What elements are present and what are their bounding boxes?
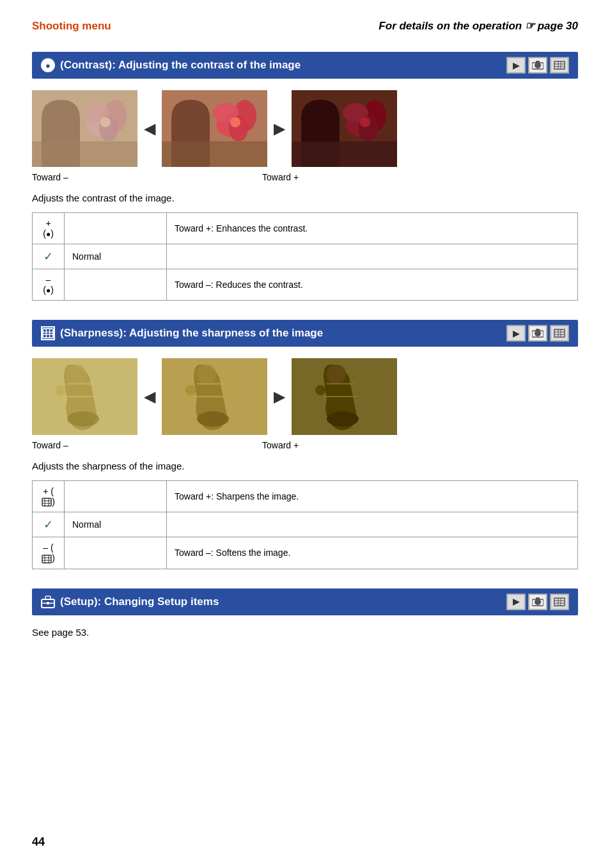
table-row: + () Toward +: Sharpens the image. <box>33 481 578 512</box>
sharpness-minus-icon-cell: – () <box>33 537 65 569</box>
sharpness-normal-image <box>162 358 267 435</box>
contrast-plus-icon-cell: + (●) <box>33 213 65 244</box>
contrast-minus-icon: – (●) <box>43 274 54 295</box>
svg-rect-2 <box>536 61 540 63</box>
contrast-section-header: ● (Contrast): Adjusting the contrast of … <box>32 52 578 79</box>
table-row: + (●) Toward +: Enhances the contrast. <box>33 213 578 244</box>
svg-rect-59 <box>42 555 51 563</box>
contrast-section-title: ● (Contrast): Adjusting the contrast of … <box>41 58 301 72</box>
contrast-normal-check-cell: ✓ <box>33 244 65 269</box>
contrast-caption-row: Toward – Toward + <box>32 172 578 182</box>
setup-section-header: (Setup): Changing Setup items ▶ <box>32 588 578 615</box>
sharpness-right-arrow: ▶ <box>267 388 292 406</box>
svg-rect-16 <box>162 141 267 167</box>
svg-rect-9 <box>32 141 137 167</box>
setup-title-text: (Setup): Changing Setup items <box>60 596 219 608</box>
sharpness-left-arrow: ◀ <box>137 388 162 406</box>
svg-point-14 <box>100 117 111 127</box>
sharpness-section-header: (Sharpness): Adjusting the sharpness of … <box>32 320 578 347</box>
sharpness-plus-icon-cell: + () <box>33 481 65 512</box>
header-right: For details on the operation ☞ page 30 <box>379 19 578 33</box>
svg-rect-54 <box>42 498 51 506</box>
page-container: Shooting menu For details on the operati… <box>0 0 610 868</box>
sharpness-minus-desc: Toward –: Softens the image. <box>167 537 578 569</box>
contrast-minus-desc: Toward –: Reduces the contrast. <box>167 269 578 301</box>
sharpness-camera-icon <box>528 325 547 342</box>
sharpness-checkmark-icon: ✓ <box>43 518 53 531</box>
contrast-high-image <box>292 90 397 167</box>
setup-mode-icons: ▶ <box>506 594 569 610</box>
svg-point-44 <box>67 411 99 427</box>
contrast-normal-desc <box>167 244 578 269</box>
setup-play-icon: ▶ <box>506 594 526 610</box>
contrast-normal-label: Normal <box>65 244 167 269</box>
sharpness-caption-right: Toward + <box>262 440 299 450</box>
contrast-icon: ● <box>41 58 55 72</box>
contrast-minus-icon-cell: – (●) <box>33 269 65 301</box>
contrast-minus-label-cell <box>65 269 167 301</box>
contrast-mode-icons: ▶ <box>506 57 569 74</box>
svg-rect-69 <box>536 597 540 600</box>
svg-rect-36 <box>536 329 540 331</box>
contrast-section: ● (Contrast): Adjusting the contrast of … <box>32 52 578 301</box>
svg-rect-3 <box>554 61 565 69</box>
contrast-plus-icon: + (●) <box>43 218 54 239</box>
sharpness-caption-row: Toward – Toward + <box>32 440 578 450</box>
page-ref-icon: ☞ <box>525 20 535 32</box>
sharpness-low-image <box>32 358 137 435</box>
svg-point-47 <box>197 365 216 384</box>
checkmark-icon: ✓ <box>43 250 53 263</box>
table-row: – (●) Toward –: Reduces the contrast. <box>33 269 578 301</box>
contrast-plus-label-cell <box>65 213 167 244</box>
contrast-normal-image <box>162 90 267 167</box>
sharpness-plus-icon: + () <box>42 486 55 507</box>
sharpness-normal-check-cell: ✓ <box>33 512 65 537</box>
setup-see-page: See page 53. <box>32 627 578 638</box>
sharpness-high-image <box>292 358 397 435</box>
setup-section-title: (Setup): Changing Setup items <box>41 595 219 609</box>
sharpness-normal-label: Normal <box>65 512 167 537</box>
svg-point-21 <box>230 117 240 127</box>
header: Shooting menu For details on the operati… <box>32 19 578 33</box>
setup-grid-icon <box>550 594 569 610</box>
table-row: ✓ Normal <box>33 244 578 269</box>
camera-icon <box>528 57 547 74</box>
sharpness-title-text: (Sharpness): Adjusting the sharpness of … <box>60 327 323 340</box>
svg-point-43 <box>67 365 86 384</box>
contrast-low-image <box>32 90 137 167</box>
contrast-table: + (●) Toward +: Enhances the contrast. ✓… <box>32 212 578 301</box>
setup-section: (Setup): Changing Setup items ▶ <box>32 588 578 638</box>
play-icon: ▶ <box>506 57 526 74</box>
svg-point-48 <box>197 411 229 427</box>
svg-rect-23 <box>292 141 397 167</box>
page-number: 44 <box>32 835 45 849</box>
sharpness-section: (Sharpness): Adjusting the sharpness of … <box>32 320 578 569</box>
svg-rect-29 <box>43 329 53 338</box>
table-row: – () Toward –: Softens the image. <box>33 537 578 569</box>
left-arrow: ◀ <box>137 120 162 138</box>
sharpness-mode-icons: ▶ <box>506 325 569 342</box>
contrast-caption-right: Toward + <box>262 172 299 182</box>
svg-point-51 <box>327 365 346 384</box>
sharpness-minus-label-cell <box>65 537 167 569</box>
sharpness-play-icon: ▶ <box>506 325 526 342</box>
setup-camera-icon <box>528 594 547 610</box>
table-row: ✓ Normal <box>33 512 578 537</box>
contrast-title-text: (Contrast): Adjusting the contrast of th… <box>60 59 301 72</box>
contrast-caption-left: Toward – <box>32 172 150 182</box>
for-details-label: For details on the operation ☞ page 30 <box>379 20 578 32</box>
sharpness-plus-label-cell <box>65 481 167 512</box>
sharpness-image-row: ◀ ▶ <box>32 358 578 435</box>
sharpness-icon <box>41 326 55 340</box>
shooting-menu-label: Shooting menu <box>32 20 111 33</box>
contrast-image-row: ◀ ▶ <box>32 90 578 167</box>
svg-rect-66 <box>47 602 49 604</box>
right-arrow: ▶ <box>267 120 292 138</box>
setup-icon <box>41 595 55 609</box>
sharpness-caption-left: Toward – <box>32 440 150 450</box>
svg-point-52 <box>327 411 359 427</box>
sharpness-normal-desc <box>167 512 578 537</box>
contrast-plus-desc: Toward +: Enhances the contrast. <box>167 213 578 244</box>
sharpness-grid-icon <box>550 325 569 342</box>
svg-point-49 <box>185 385 196 395</box>
